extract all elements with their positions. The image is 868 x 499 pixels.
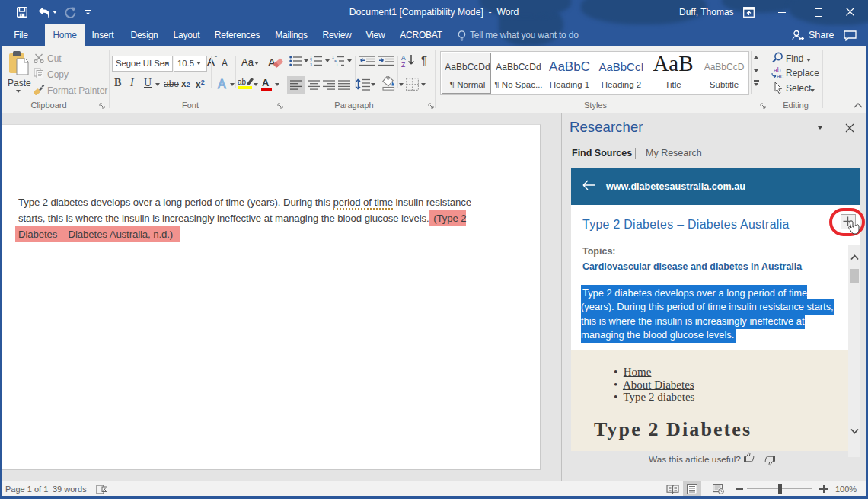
svg-text:A: A <box>262 77 270 88</box>
svg-text:i: i <box>337 62 337 66</box>
svg-text:ab: ab <box>238 78 247 86</box>
svg-text:Z: Z <box>401 61 405 67</box>
svg-text:A: A <box>218 78 226 91</box>
svg-text:3: 3 <box>310 62 312 66</box>
svg-text:A: A <box>268 56 276 69</box>
svg-text:ac: ac <box>777 72 784 79</box>
